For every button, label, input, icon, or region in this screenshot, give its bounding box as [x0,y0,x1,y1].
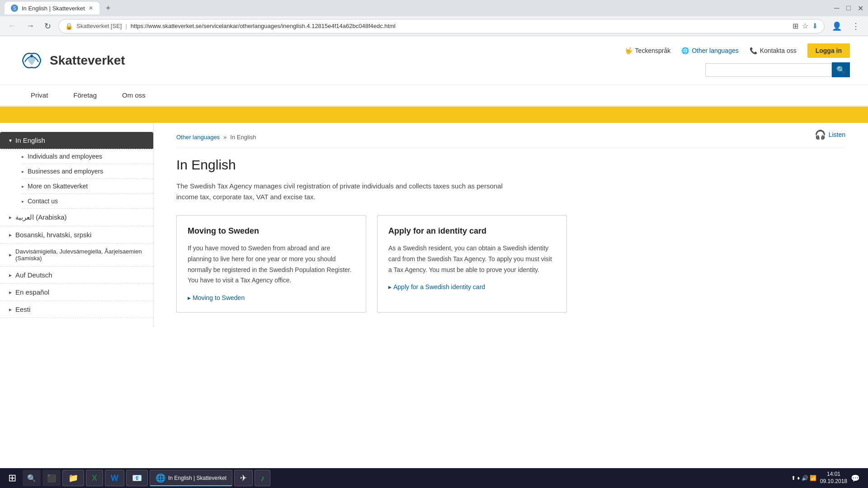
download-icon[interactable]: ⬇ [812,22,818,30]
taskbar-word[interactable]: W [105,470,124,486]
teckensprak-label: Teckenspråk [635,47,671,54]
sidebar-item-businesses[interactable]: ▸ Businesses and employers [22,164,153,179]
sidebar-item-samiska[interactable]: ▸ Davvisámigiella, Julevsámegiella, Åarj… [0,244,153,267]
browser-tab[interactable]: S In English | Skatteverket ✕ [5,2,99,14]
svg-point-0 [30,55,33,57]
new-tab-button[interactable]: + [103,3,113,14]
sidebar-item-espanol[interactable]: ▸ En español [0,284,153,301]
sidebar-item-in-english[interactable]: ▾ In English [0,132,153,149]
menu-button[interactable]: ⋮ [849,19,863,33]
word-icon: W [111,474,118,483]
chevron-down-icon: ▾ [9,137,12,144]
outlook-icon: 📧 [132,473,142,483]
sidebar-item-bosanski[interactable]: ▸ Bosanski, hrvatski, srpski [0,226,153,244]
card-moving-to-sweden: Moving to Sweden If you have moved to Sw… [176,215,366,313]
card-title: Moving to Sweden [188,226,355,236]
taskbar-chrome[interactable]: 🌐 In English | Skatteverket [150,470,232,486]
taskbar-time-display: 14:01 [820,471,847,478]
card-text: If you have moved to Sweden from abroad … [188,243,355,286]
address-bar-container: 🔒 Skatteverket [SE] | ⊞ ☆ ⬇ [58,19,825,33]
kontakta-label: Kontakta oss [760,47,797,54]
breadcrumb-parent-link[interactable]: Other languages [176,134,220,141]
main-layout: ▾ In English ▸ Individuals and employees… [0,123,868,327]
kontakta-link[interactable]: 📞 Kontakta oss [750,47,797,54]
window-maximize-button[interactable]: □ [845,5,852,11]
search-icon: 🔍 [27,474,36,483]
search-button[interactable]: 🔍 [832,62,850,77]
listen-button[interactable]: 🎧 Listen [815,129,845,140]
sidebar-businesses-label: Businesses and employers [28,168,103,175]
yellow-bar [0,107,868,123]
taskbar-clock[interactable]: 14:01 09.10.2018 [820,471,847,485]
url-input[interactable] [131,23,789,29]
card-link-label: Apply for a Swedish identity card [393,283,485,291]
bullet-icon: ▸ [22,169,24,174]
taskbar-file-explorer[interactable]: 📁 [62,470,84,486]
window-close-button[interactable]: ✕ [857,5,863,11]
logo-icon [18,49,45,72]
taskbar: ⊞ 🔍 ⬛ 📁 X W 📧 🌐 In English | Skatteverke… [0,468,868,488]
sidebar-arabiska-label: العربية (Arabiska) [15,213,67,221]
sidebar-item-contact[interactable]: ▸ Contact us [22,194,153,209]
main-content: Other languages » In English 🎧 Listen In… [154,123,868,327]
sidebar-espanol-label: En español [15,288,49,296]
sidebar-item-more[interactable]: ▸ More on Skatteverket [22,179,153,194]
sidebar: ▾ In English ▸ Individuals and employees… [0,123,154,327]
nav-privat[interactable]: Privat [18,85,61,107]
taskbar-excel[interactable]: X [86,470,103,486]
link-arrow-icon: ▸ [188,294,191,301]
taskbar-telegram[interactable]: ✈ [234,470,253,486]
logo-text: Skatteverket [50,53,125,68]
nav-foretag[interactable]: Företag [61,85,109,107]
file-explorer-icon: 📁 [68,473,78,483]
other-languages-link[interactable]: 🌐 Other languages [681,47,739,54]
taskbar-spotify[interactable]: ♪ [255,470,270,486]
sidebar-item-individuals[interactable]: ▸ Individuals and employees [22,149,153,164]
card-link-identity[interactable]: ▸ Apply for a Swedish identity card [388,283,556,291]
sidebar-deutsch-label: Auf Deutsch [15,271,52,279]
forward-button[interactable]: → [24,19,37,33]
login-button[interactable]: Logga in [807,43,850,58]
site-header: Skatteverket 🤟 Teckenspråk 🌐 Other langu… [0,36,868,85]
lock-icon: 🔒 [65,23,73,30]
taskbar-chrome-label: In English | Skatteverket [168,475,226,481]
headphones-icon: 🎧 [815,129,826,140]
notification-icon[interactable]: 💬 [851,474,860,483]
sign-language-icon: 🤟 [625,47,632,54]
chevron-right-icon: ▸ [9,232,12,238]
chevron-right-icon: ▸ [9,252,12,258]
bullet-icon: ▸ [22,184,24,189]
start-button[interactable]: ⊞ [4,470,21,486]
sidebar-contact-label: Contact us [28,197,58,205]
bullet-icon: ▸ [22,154,24,159]
card-link-moving[interactable]: ▸ Moving to Sweden [188,294,355,301]
cards-row: Moving to Sweden If you have moved to Sw… [176,215,845,313]
window-minimize-button[interactable]: ─ [834,5,840,11]
page-title: In English [176,157,845,173]
breadcrumb: Other languages » In English [176,134,256,141]
search-input[interactable] [705,63,832,77]
sidebar-eesti-label: Eesti [15,305,30,313]
sidebar-item-arabiska[interactable]: ▸ العربية (Arabiska) [0,209,153,226]
taskbar-search-button[interactable]: 🔍 [23,470,41,486]
taskbar-task-view-button[interactable]: ⬛ [42,470,61,486]
tab-favicon: S [11,5,18,12]
tab-close-button[interactable]: ✕ [89,5,93,11]
chrome-icon: 🌐 [156,473,165,483]
translate-icon[interactable]: ⊞ [793,22,798,30]
sidebar-item-eesti[interactable]: ▸ Eesti [0,301,153,318]
sidebar-item-deutsch[interactable]: ▸ Auf Deutsch [0,267,153,284]
account-button[interactable]: 👤 [829,19,844,33]
spotify-icon: ♪ [260,474,264,483]
reload-button[interactable]: ↻ [42,19,54,33]
nav-om-oss[interactable]: Om oss [109,85,158,107]
back-button[interactable]: ← [5,19,19,33]
teckensprak-link[interactable]: 🤟 Teckenspråk [625,47,671,54]
card-identity: Apply for an identity card As a Swedish … [377,215,567,313]
bookmark-icon[interactable]: ☆ [802,22,808,30]
search-area: 🔍 [705,62,850,77]
site-nav: Privat Företag Om oss [0,85,868,107]
taskbar-outlook[interactable]: 📧 [126,470,148,486]
chevron-right-icon: ▸ [9,306,12,313]
sidebar-bosanski-label: Bosanski, hrvatski, srpski [15,231,91,239]
